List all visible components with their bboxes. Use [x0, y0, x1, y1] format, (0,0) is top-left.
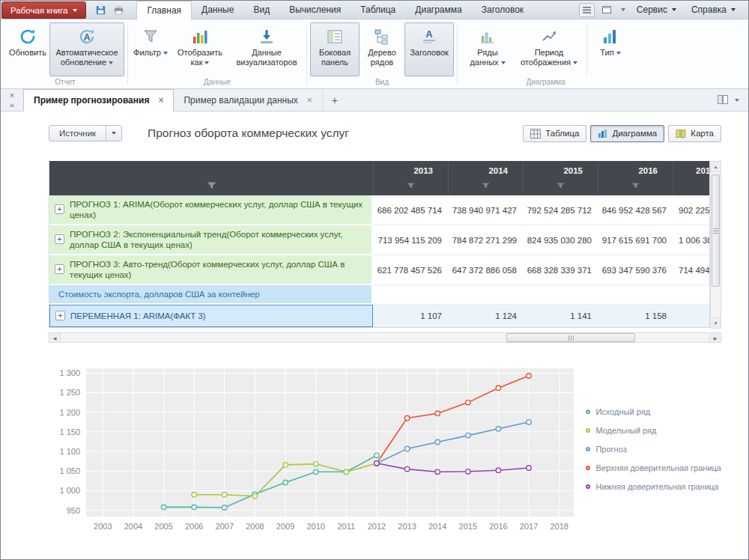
ribbon-tab-tablitsa[interactable]: Таблица	[351, 1, 405, 19]
window-layout-button[interactable]	[599, 3, 615, 17]
tab-layout-button[interactable]	[718, 94, 728, 107]
value-cell[interactable]: 686 202 485 714	[373, 195, 448, 225]
save-button[interactable]	[93, 3, 109, 17]
value-cell[interactable]: 1 006 383	[673, 225, 710, 255]
series-tree-button[interactable]: Дерево рядов	[360, 22, 404, 76]
expand-panel-icon[interactable]: »	[10, 100, 14, 109]
close-icon[interactable]: ×	[158, 96, 163, 105]
ribbon-tab-diagramma[interactable]: Диаграмма	[405, 1, 471, 19]
value-cell[interactable]: 647 372 886 058	[448, 255, 523, 285]
svg-text:A: A	[84, 31, 91, 42]
column-filter-icon[interactable]	[207, 182, 216, 189]
legend-marker-icon	[586, 484, 590, 489]
new-tab-button[interactable]: +	[323, 89, 347, 111]
value-cell[interactable]	[448, 285, 523, 305]
series-label-cell[interactable]: + ПРОГНОЗ 1: ARIMA(Оборот коммерческих у…	[49, 195, 373, 225]
ribbon-tab-vid[interactable]: Вид	[243, 1, 279, 19]
print-button[interactable]	[111, 3, 127, 17]
horizontal-scrollbar-thumb[interactable]	[506, 333, 635, 342]
ribbon-tab-dannye[interactable]: Данные	[192, 1, 243, 19]
ribbon-tab-glavnaya[interactable]: Главная	[136, 1, 192, 19]
column-filter-icon[interactable]	[631, 178, 640, 192]
window-list-button[interactable]	[579, 3, 595, 17]
scroll-right-icon[interactable]: ▶	[709, 333, 721, 342]
value-cell[interactable]: 738 940 971 427	[448, 195, 523, 225]
year-column-header[interactable]: 2017	[673, 161, 710, 195]
display-as-button[interactable]: Отобразить как	[170, 22, 230, 76]
vertical-scrollbar-thumb[interactable]	[712, 174, 720, 287]
column-filter-icon[interactable]	[407, 178, 415, 192]
view-chart-button[interactable]: Диаграмма	[590, 125, 664, 142]
value-cell[interactable]: 693 347 590 376	[598, 255, 673, 285]
value-cell[interactable]: 792 524 285 712	[523, 195, 598, 225]
header-toggle-button[interactable]: A Заголовок	[404, 22, 454, 76]
refresh-button[interactable]: Обновить	[6, 22, 49, 76]
value-cell[interactable]: 824 935 030 280	[523, 225, 598, 255]
source-button[interactable]: Источник	[49, 125, 122, 141]
ribbon-group-data: Фильтр Отобразить как Данные визуализато…	[129, 22, 306, 88]
data-series-button[interactable]: Ряды данных	[461, 22, 515, 76]
legend-label: Верхняя доверительная граница	[595, 463, 721, 472]
value-cell[interactable]: 784 872 271 299	[448, 225, 523, 255]
value-cell[interactable]: 917 615 691 700	[598, 225, 673, 255]
value-cell[interactable]	[373, 285, 448, 305]
auto-refresh-button[interactable]: A Автоматическое обновление	[49, 22, 124, 76]
value-cell[interactable]: 714 494	[673, 255, 710, 285]
doc-tab-validation-example[interactable]: Пример валидации данных ×	[174, 89, 322, 111]
table-corner-cell[interactable]	[49, 161, 373, 195]
ribbon: Обновить A Автоматическое обновление Отч…	[1, 19, 748, 89]
value-cell[interactable]: 1 124	[448, 305, 523, 327]
value-cell[interactable]: 1 158	[598, 305, 673, 327]
side-panel-button[interactable]: Боковая панель	[310, 22, 360, 76]
value-cell[interactable]	[523, 285, 598, 305]
series-label-cell[interactable]: + ПРОГНОЗ 2: Экспоненциальный тренд(Обор…	[49, 225, 373, 255]
value-cell[interactable]: 1 107	[373, 305, 448, 327]
legend-label: Нижняя доверительная граница	[595, 482, 718, 491]
scroll-left-icon[interactable]: ◀	[49, 333, 61, 342]
series-label-cell[interactable]: + ПРОГНОЗ 3: Авто-тренд(Оборот коммерчес…	[49, 255, 373, 285]
visualizers-data-button[interactable]: Данные визуализаторов	[230, 22, 303, 76]
column-filter-icon[interactable]	[482, 178, 490, 192]
value-cell[interactable]	[673, 285, 710, 305]
ribbon-tab-zagolovok[interactable]: Заголовок	[472, 1, 533, 19]
view-table-button[interactable]: Таблица	[523, 125, 586, 142]
column-filter-icon[interactable]	[557, 178, 565, 192]
service-menu[interactable]: Сервис	[631, 4, 682, 15]
expand-icon[interactable]: +	[55, 234, 64, 244]
close-icon[interactable]: ×	[307, 96, 312, 105]
more-windows-button[interactable]	[619, 8, 627, 11]
year-column-header[interactable]: 2016	[598, 161, 673, 195]
value-cell[interactable]: 902 225	[673, 195, 710, 225]
horizontal-scrollbar[interactable]: ◀ ▶	[49, 332, 721, 343]
expand-icon[interactable]: +	[55, 264, 64, 274]
year-column-header[interactable]: 2015	[523, 161, 598, 195]
workbook-menu-button[interactable]: Рабочая книга	[1, 1, 86, 19]
value-cell[interactable]: 846 952 428 567	[598, 195, 673, 225]
expand-icon[interactable]: +	[55, 204, 64, 214]
chart-type-button[interactable]: Тип	[590, 22, 631, 76]
chevron-down-icon	[731, 8, 736, 11]
vertical-scrollbar[interactable]: ▲ ▼	[710, 161, 721, 329]
filter-button[interactable]: Фильтр	[131, 22, 170, 76]
doc-tab-forecast-example[interactable]: Пример прогнозирования ×	[23, 89, 174, 112]
help-menu[interactable]: Справка	[686, 4, 741, 15]
year-column-header[interactable]: 2014	[448, 161, 523, 195]
value-cell[interactable]	[673, 305, 710, 327]
value-cell[interactable]	[598, 285, 673, 305]
scroll-up-icon[interactable]: ▲	[711, 162, 721, 172]
value-cell[interactable]: 1 141	[523, 305, 598, 327]
display-period-button[interactable]: Период отображения	[515, 22, 583, 76]
scroll-down-icon[interactable]: ▼	[711, 317, 721, 328]
value-cell[interactable]: 713 954 115 209	[373, 225, 448, 255]
value-cell[interactable]: 668 328 339 371	[523, 255, 598, 285]
expand-icon[interactable]: +	[55, 311, 65, 320]
close-panel-icon[interactable]: ×	[10, 91, 14, 100]
group-band-cell[interactable]: Стоимость экспорта, долларов США за конт…	[49, 285, 373, 305]
chevron-down-icon[interactable]	[735, 99, 739, 102]
series-label-cell[interactable]: + ПЕРЕМЕННАЯ 1: ARIMA(ФАКТ 3)	[49, 305, 373, 327]
svg-text:2012: 2012	[368, 522, 386, 531]
ribbon-tab-vychisleniya[interactable]: Вычисления	[279, 1, 351, 19]
year-column-header[interactable]: 2013	[373, 161, 448, 195]
value-cell[interactable]: 621 778 457 526	[373, 255, 448, 285]
view-map-button[interactable]: Карта	[668, 125, 721, 142]
